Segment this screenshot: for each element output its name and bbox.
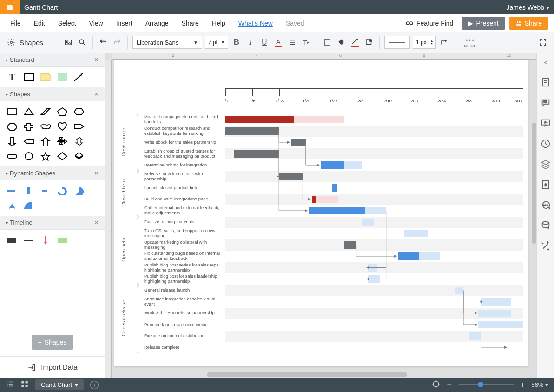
menu-help[interactable]: Help bbox=[207, 18, 230, 29]
font-size-select[interactable]: 7 pt ▼ bbox=[205, 36, 228, 49]
zoom-in-button[interactable]: + bbox=[521, 381, 525, 389]
comment-panel-icon[interactable]: 99 bbox=[541, 98, 551, 108]
gear-icon[interactable] bbox=[6, 37, 17, 48]
fullscreen-button[interactable] bbox=[537, 37, 548, 48]
gantt-bar[interactable] bbox=[312, 196, 317, 203]
line-route-button[interactable] bbox=[439, 37, 450, 48]
menu-share[interactable]: Share bbox=[177, 18, 204, 29]
shape-item[interactable] bbox=[39, 151, 52, 162]
search-icon[interactable] bbox=[77, 37, 88, 48]
bold-button[interactable]: B bbox=[231, 37, 242, 48]
font-family-select[interactable]: Liberation Sans ▼ bbox=[132, 36, 202, 49]
note-shape[interactable] bbox=[39, 72, 52, 83]
gantt-bar[interactable] bbox=[368, 264, 377, 272]
menu-insert[interactable]: Insert bbox=[112, 18, 137, 29]
shape-item[interactable] bbox=[22, 106, 35, 117]
share-button[interactable]: Share bbox=[509, 17, 548, 30]
scrollbar-horizontal[interactable] bbox=[207, 372, 407, 377]
menu-edit[interactable]: Edit bbox=[29, 18, 50, 29]
gantt-bar[interactable] bbox=[332, 184, 337, 192]
undo-button[interactable] bbox=[98, 37, 109, 48]
zoom-level[interactable]: 56% ▾ bbox=[531, 381, 548, 388]
gantt-bar[interactable] bbox=[316, 196, 338, 203]
chat-panel-icon[interactable] bbox=[541, 200, 551, 210]
magic-panel-icon[interactable] bbox=[541, 241, 551, 251]
gantt-bar[interactable] bbox=[478, 310, 511, 317]
shape-item[interactable] bbox=[56, 151, 69, 162]
shape-item[interactable] bbox=[56, 121, 69, 132]
section-dynamic[interactable]: ▾Dynamic Shapes ✕ bbox=[0, 166, 105, 180]
dyn-wedge-shape[interactable] bbox=[6, 200, 19, 211]
gantt-bar[interactable] bbox=[344, 241, 356, 249]
text-options-button[interactable]: T▸ bbox=[301, 37, 312, 48]
text-color-button[interactable]: A bbox=[273, 37, 284, 48]
page-panel-icon[interactable] bbox=[541, 77, 551, 87]
shape-outline-button[interactable] bbox=[322, 37, 333, 48]
history-panel-icon[interactable] bbox=[541, 139, 551, 149]
user-menu[interactable]: James Webb ▾ bbox=[507, 4, 549, 11]
close-icon[interactable]: ✕ bbox=[94, 91, 99, 98]
section-standard[interactable]: ▾Standard ✕ bbox=[0, 53, 105, 67]
layers-panel-icon[interactable] bbox=[541, 159, 551, 169]
menu-select[interactable]: Select bbox=[53, 18, 81, 29]
gantt-bar[interactable] bbox=[404, 230, 428, 237]
grid-view-button[interactable] bbox=[20, 380, 29, 390]
dyn-pie-shape[interactable] bbox=[73, 185, 86, 196]
zoom-knob[interactable] bbox=[478, 382, 483, 387]
shape-item[interactable] bbox=[56, 106, 69, 117]
shape-item[interactable] bbox=[56, 136, 69, 147]
menu-whats-new[interactable]: What's New bbox=[234, 18, 277, 29]
text-shape[interactable]: T bbox=[6, 72, 19, 83]
gantt-bar[interactable] bbox=[362, 219, 374, 226]
gantt-bar[interactable] bbox=[419, 252, 440, 260]
gantt-bar[interactable] bbox=[398, 252, 419, 260]
section-timeline[interactable]: ▾Timeline ✕ bbox=[0, 216, 105, 230]
line-color-button[interactable] bbox=[350, 37, 361, 48]
dyn-vbar-shape[interactable] bbox=[22, 185, 35, 196]
dyn-bar-shape[interactable] bbox=[6, 185, 19, 196]
scrollbar-vertical[interactable] bbox=[532, 123, 536, 244]
shape-item[interactable] bbox=[73, 151, 86, 162]
gantt-bar[interactable] bbox=[368, 275, 380, 283]
fill-color-button[interactable] bbox=[336, 37, 347, 48]
theme-panel-icon[interactable] bbox=[541, 179, 551, 190]
add-shapes-button[interactable]: + Shapes bbox=[32, 335, 73, 350]
underline-button[interactable]: U bbox=[259, 37, 270, 48]
gantt-bar[interactable] bbox=[481, 298, 511, 306]
gantt-bar[interactable] bbox=[294, 116, 344, 123]
close-icon[interactable]: ✕ bbox=[94, 170, 99, 177]
shape-options-button[interactable] bbox=[363, 37, 375, 48]
document-page[interactable]: 1/11/61/131/201/272/32/102/172/243/33/10… bbox=[114, 60, 528, 366]
gantt-bar[interactable] bbox=[321, 161, 344, 169]
feature-find[interactable]: Feature Find bbox=[405, 19, 453, 27]
line-width-select[interactable]: 1 px ▴▾ bbox=[413, 36, 436, 49]
gantt-bar[interactable] bbox=[234, 150, 279, 158]
menu-file[interactable]: File bbox=[6, 18, 26, 29]
gantt-bar[interactable] bbox=[344, 161, 362, 169]
redo-button[interactable] bbox=[112, 37, 123, 48]
gantt-bar[interactable] bbox=[309, 207, 365, 214]
italic-button[interactable]: I bbox=[245, 37, 256, 48]
dyn-quarter-shape[interactable] bbox=[22, 200, 35, 211]
shape-item[interactable] bbox=[6, 121, 19, 132]
menu-arrange[interactable]: Arrange bbox=[141, 18, 173, 29]
gantt-bar[interactable] bbox=[478, 321, 523, 328]
document-title[interactable]: Gantt Chart bbox=[24, 4, 58, 11]
shape-item[interactable] bbox=[73, 121, 86, 132]
section-shapes[interactable]: ▾Shapes ✕ bbox=[0, 87, 105, 101]
shape-item[interactable] bbox=[39, 106, 52, 117]
page-tab[interactable]: Gantt Chart ▾ bbox=[35, 379, 84, 390]
list-view-button[interactable] bbox=[6, 380, 14, 390]
canvas[interactable]: 246810 1/11/61/131/201/272/32/102/172/24… bbox=[105, 53, 536, 378]
tl-interval-shape[interactable] bbox=[56, 234, 69, 246]
image-icon[interactable] bbox=[63, 37, 74, 48]
shape-item[interactable] bbox=[22, 136, 35, 147]
block-shape[interactable] bbox=[22, 72, 35, 83]
gantt-bar[interactable] bbox=[455, 287, 463, 294]
close-icon[interactable]: ✕ bbox=[94, 56, 99, 63]
present-button[interactable]: ▶ Present bbox=[462, 17, 505, 30]
shape-item[interactable] bbox=[22, 151, 35, 162]
shape-item[interactable] bbox=[73, 106, 86, 117]
shape-item[interactable] bbox=[39, 121, 52, 132]
close-icon[interactable]: ✕ bbox=[94, 219, 99, 226]
